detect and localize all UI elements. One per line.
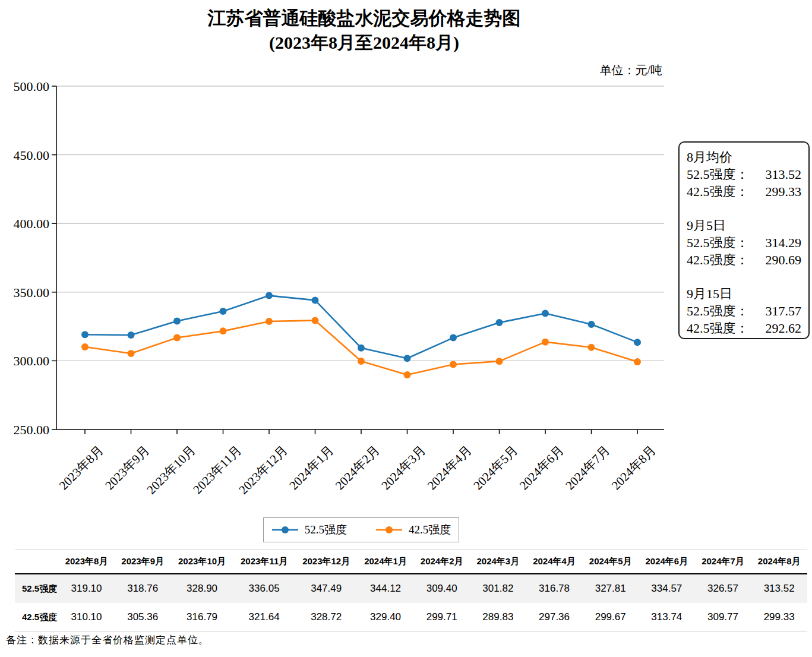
table-cell: 328.72	[295, 603, 358, 632]
table-column-header: 2023年11月	[233, 550, 295, 574]
table-column-header: 2024年2月	[413, 550, 470, 574]
annotation-header: 9月5日	[687, 217, 801, 234]
data-point-42.5强度	[404, 371, 411, 378]
annotation-label: 52.5强度：	[687, 166, 749, 183]
x-tick-label: 2023年12月	[236, 443, 290, 497]
y-tick-label: 400.00	[14, 216, 50, 231]
data-point-52.5强度	[588, 321, 595, 328]
data-point-52.5强度	[358, 345, 365, 352]
data-point-42.5强度	[312, 317, 319, 324]
data-point-42.5强度	[588, 344, 595, 351]
table-row-label: 42.5强度	[15, 603, 58, 632]
data-point-52.5强度	[542, 309, 549, 317]
table-cell: 327.81	[582, 574, 639, 603]
annotation-header: 8月均价	[687, 149, 801, 166]
data-point-42.5强度	[358, 358, 365, 365]
table-column-header: 2023年9月	[115, 550, 171, 574]
annotation-row: 52.5强度：317.57	[687, 302, 801, 320]
annotation-value: 317.57	[766, 302, 802, 320]
annotation-label: 42.5强度：	[687, 320, 749, 337]
table-cell: 301.82	[470, 574, 526, 603]
table-cell: 309.77	[695, 603, 751, 632]
annotation-row: 42.5强度：292.62	[687, 320, 801, 337]
data-point-52.5强度	[312, 296, 319, 304]
table-cell: 309.40	[413, 574, 470, 603]
table-cell: 305.36	[115, 603, 171, 632]
data-point-52.5强度	[404, 355, 411, 362]
table-column-header: 2023年12月	[295, 550, 358, 574]
x-tick-label: 2023年8月	[56, 443, 106, 493]
legend-marker-icon	[271, 526, 299, 534]
annotation-value: 292.62	[766, 320, 802, 337]
table-cell: 329.40	[358, 603, 414, 632]
annotation-group: 8月均价52.5强度：313.5242.5强度：299.33	[687, 149, 801, 200]
data-point-42.5强度	[128, 350, 135, 357]
data-point-42.5强度	[634, 358, 641, 365]
data-point-52.5强度	[220, 308, 227, 315]
table-cell: 310.10	[58, 603, 115, 632]
table-column-header: 2024年1月	[358, 550, 414, 574]
y-tick-label: 250.00	[14, 422, 50, 437]
annotation-row: 52.5强度：314.29	[687, 234, 801, 251]
table-cell: 328.90	[171, 574, 233, 603]
data-point-52.5强度	[496, 319, 503, 326]
table-column-header: 2024年7月	[695, 550, 751, 574]
table-column-header: 2023年8月	[58, 550, 115, 574]
table-row: 42.5强度310.10305.36316.79321.64328.72329.…	[15, 603, 807, 632]
x-tick-label: 2024年4月	[425, 443, 475, 493]
data-point-42.5强度	[173, 334, 181, 342]
chart-legend: 52.5强度 42.5强度	[263, 517, 459, 542]
x-tick-label: 2024年5月	[470, 443, 520, 493]
table-column-header: 2024年3月	[470, 550, 526, 574]
table-column-header: 2024年5月	[582, 550, 639, 574]
legend-label: 42.5强度	[409, 522, 451, 538]
data-point-42.5强度	[496, 358, 503, 365]
table-cell: 316.78	[526, 574, 583, 603]
annotation-header: 9月15日	[687, 285, 801, 302]
x-tick-label: 2024年2月	[333, 443, 383, 493]
table-cell: 299.33	[751, 603, 807, 632]
annotation-label: 42.5强度：	[687, 183, 749, 200]
data-point-52.5强度	[634, 339, 641, 346]
table-column-header: 2024年8月	[751, 550, 807, 574]
table-column-header: 2024年6月	[639, 550, 695, 574]
data-point-52.5强度	[450, 334, 457, 342]
annotation-label: 52.5强度：	[687, 234, 749, 251]
x-tick-label: 2024年7月	[563, 443, 612, 493]
footnote: 备注：数据来源于全省价格监测定点单位。	[6, 633, 209, 647]
table-row-label: 52.5强度	[15, 574, 58, 603]
table-cell: 318.76	[115, 574, 171, 603]
table-cell: 289.83	[470, 603, 526, 632]
table-row: 52.5强度319.10318.76328.90336.05347.49344.…	[15, 574, 807, 603]
y-tick-label: 500.00	[14, 79, 50, 94]
y-tick-label: 450.00	[14, 148, 50, 163]
legend-marker-icon	[375, 526, 403, 534]
data-point-52.5强度	[81, 331, 89, 338]
table-cell: 299.71	[413, 603, 470, 632]
x-tick-label: 2023年11月	[190, 443, 244, 497]
data-point-42.5强度	[81, 343, 89, 350]
table-header-row: 2023年8月2023年9月2023年10月2023年11月2023年12月20…	[15, 550, 807, 574]
data-point-52.5强度	[266, 292, 273, 299]
annotation-row: 42.5强度：290.69	[687, 251, 801, 269]
x-tick-label: 2023年9月	[102, 443, 152, 493]
table-cell: 344.12	[358, 574, 414, 603]
legend-label: 52.5强度	[305, 522, 347, 538]
table-header: 2023年8月2023年9月2023年10月2023年11月2023年12月20…	[15, 550, 807, 574]
annotation-group: 9月15日52.5强度：317.5742.5强度：292.62	[687, 285, 801, 337]
table-cell: 299.67	[582, 603, 639, 632]
x-tick-label: 2024年6月	[517, 443, 567, 493]
data-point-52.5强度	[128, 331, 135, 339]
table-cell: 321.64	[233, 603, 295, 632]
y-tick-label: 300.00	[14, 353, 50, 368]
table-cell: 336.05	[233, 574, 295, 603]
data-point-52.5强度	[173, 318, 181, 325]
annotation-row: 52.5强度：313.52	[687, 166, 801, 183]
x-tick-label: 2024年8月	[609, 443, 659, 493]
legend-item-52.5强度: 52.5强度	[271, 522, 347, 538]
x-tick-label: 2024年1月	[286, 443, 336, 493]
data-table: 2023年8月2023年9月2023年10月2023年11月2023年12月20…	[15, 549, 807, 632]
table-cell: 326.57	[695, 574, 751, 603]
table-cell: 347.49	[295, 574, 358, 603]
table-column-header: 2023年10月	[171, 550, 233, 574]
